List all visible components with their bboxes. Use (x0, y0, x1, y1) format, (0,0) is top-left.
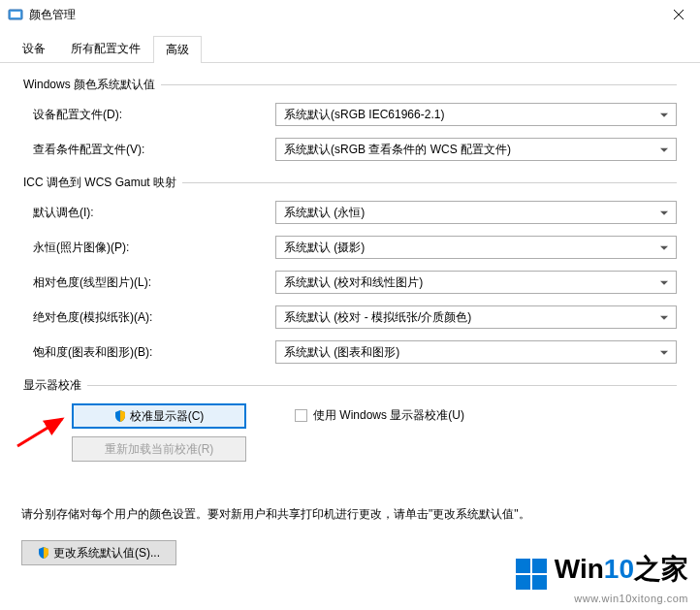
select-value: 系统默认(sRGB 查看条件的 WCS 配置文件) (284, 142, 511, 158)
select-viewing-profile[interactable]: 系统默认(sRGB 查看条件的 WCS 配置文件) (275, 138, 677, 161)
group-windows-defaults: Windows 颜色系统默认值 设备配置文件(D): 系统默认(sRGB IEC… (23, 77, 677, 161)
titlebar: 颜色管理 (0, 0, 700, 29)
change-system-defaults-button[interactable]: 更改系统默认值(S)... (21, 540, 176, 565)
tab-all-profiles[interactable]: 所有配置文件 (58, 35, 153, 62)
watermark-url: www.win10xitong.com (514, 594, 688, 604)
legend-icc-gamut: ICC 调色到 WCS Gamut 映射 (23, 175, 176, 191)
tab-content: Windows 颜色系统默认值 设备配置文件(D): 系统默认(sRGB IEC… (0, 63, 700, 485)
label-saturation: 饱和度(图表和图形)(B): (23, 344, 275, 361)
use-windows-calibration-checkbox[interactable]: 使用 Windows 显示器校准(U) (295, 403, 464, 424)
select-absolute[interactable]: 系统默认 (校对 - 模拟纸张/介质颜色) (275, 305, 677, 329)
divider (87, 385, 677, 386)
app-icon (8, 7, 23, 22)
label-device-profile: 设备配置文件(D): (23, 107, 275, 123)
watermark-brand-a: Win (555, 554, 604, 584)
svg-rect-1 (11, 12, 20, 17)
label-viewing-profile: 查看条件配置文件(V): (23, 142, 275, 158)
tab-advanced[interactable]: 高级 (153, 36, 202, 63)
select-default-intent[interactable]: 系统默认 (永恒) (275, 201, 677, 224)
close-icon (674, 10, 684, 19)
button-label: 更改系统默认值(S)... (53, 545, 160, 562)
legend-windows-defaults: Windows 颜色系统默认值 (23, 77, 155, 93)
reload-calibration-button[interactable]: 重新加载当前校准(R) (72, 436, 246, 462)
label-default-intent: 默认调色(I): (23, 205, 275, 221)
select-value: 系统默认 (校对 - 模拟纸张/介质颜色) (284, 309, 471, 326)
select-value: 系统默认 (摄影) (284, 240, 365, 256)
shield-icon (38, 547, 49, 559)
shield-icon (114, 410, 126, 422)
label-absolute: 绝对色度(模拟纸张)(A): (23, 309, 275, 326)
divider (161, 84, 677, 85)
button-label: 重新加载当前校准(R) (105, 441, 214, 458)
svg-rect-6 (532, 559, 547, 573)
tab-devices[interactable]: 设备 (10, 35, 58, 62)
divider (182, 182, 677, 183)
svg-rect-5 (516, 559, 530, 573)
button-label: 校准显示器(C) (130, 408, 205, 425)
select-saturation[interactable]: 系统默认 (图表和图形) (275, 340, 677, 364)
windows-logo-icon (514, 557, 551, 594)
checkbox-icon (295, 409, 307, 422)
select-value: 系统默认 (永恒) (284, 205, 365, 221)
select-relative[interactable]: 系统默认 (校对和线性图片) (275, 271, 677, 294)
label-relative: 相对色度(线型图片)(L): (23, 274, 275, 291)
window-title: 颜色管理 (29, 7, 656, 23)
group-icc-gamut: ICC 调色到 WCS Gamut 映射 默认调色(I): 系统默认 (永恒) … (23, 175, 677, 364)
legend-calibration: 显示器校准 (23, 377, 81, 394)
checkbox-label: 使用 Windows 显示器校准(U) (313, 407, 464, 424)
calibrate-display-button[interactable]: 校准显示器(C) (72, 403, 246, 429)
watermark: Win10之家 www.win10xitong.com (514, 556, 688, 604)
label-perceptual: 永恒(照片图像)(P): (23, 240, 275, 256)
select-perceptual[interactable]: 系统默认 (摄影) (275, 236, 677, 259)
select-value: 系统默认 (图表和图形) (284, 344, 399, 361)
svg-rect-7 (516, 575, 530, 590)
tab-strip: 设备 所有配置文件 高级 (0, 29, 700, 63)
select-value: 系统默认(sRGB IEC61966-2.1) (284, 107, 444, 123)
watermark-brand-c: 之家 (634, 554, 688, 584)
close-button[interactable] (656, 0, 700, 29)
footer-note: 请分别存储对每个用户的颜色设置。要对新用户和共享打印机进行更改，请单击"更改系统… (0, 506, 700, 523)
watermark-brand-b: 10 (604, 554, 634, 584)
group-display-calibration: 显示器校准 校准显示器(C) 重新加载当前校准(R) (23, 377, 677, 462)
select-value: 系统默认 (校对和线性图片) (284, 274, 423, 291)
svg-rect-8 (532, 575, 547, 590)
select-device-profile[interactable]: 系统默认(sRGB IEC61966-2.1) (275, 103, 677, 126)
